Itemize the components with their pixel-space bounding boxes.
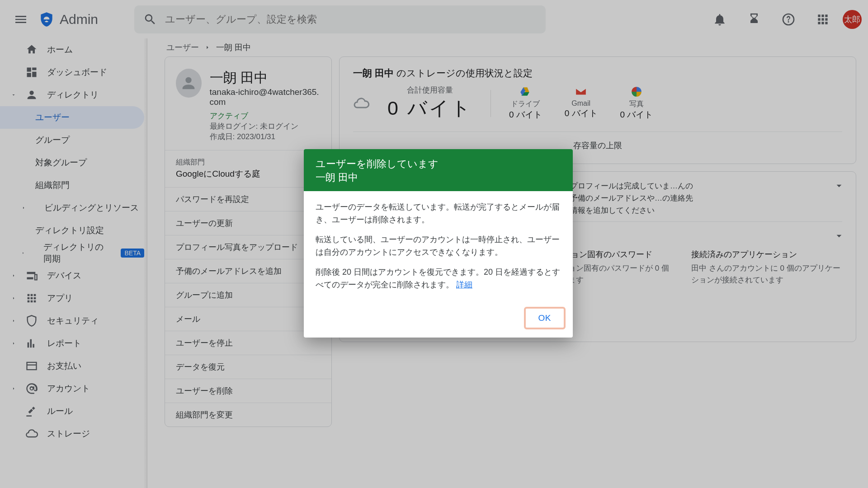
dialog-para-2: 転送している間、ユーザーのアカウントは一時停止され、ユーザーは自分のアカウントに… bbox=[316, 234, 561, 259]
ok-button[interactable]: OK bbox=[524, 307, 566, 329]
learn-more-link[interactable]: 詳細 bbox=[456, 280, 472, 289]
dialog-para-1: ユーザーのデータを転送しています。転送が完了するとメールが届き、ユーザーは削除さ… bbox=[316, 201, 561, 226]
dialog-title: ユーザーを削除しています 一朗 田中 bbox=[316, 157, 561, 184]
dialog-para-3: 削除後 20 日間はアカウントを復元できます。20 日を経過するとすべてのデータ… bbox=[316, 266, 561, 291]
delete-user-dialog: ユーザーを削除しています 一朗 田中 ユーザーのデータを転送しています。転送が完… bbox=[304, 149, 573, 338]
